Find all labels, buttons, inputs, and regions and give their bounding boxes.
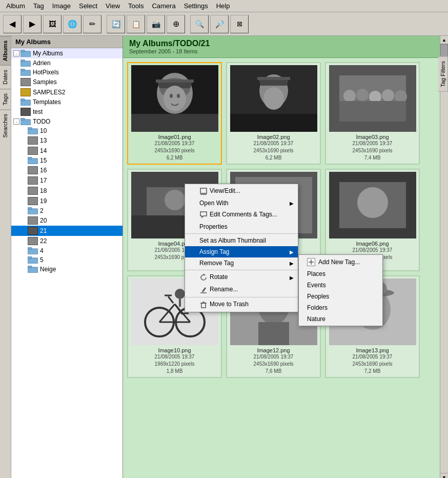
tree-item-myalbums[interactable]: - My Albums xyxy=(11,48,123,58)
tree-item-samples2[interactable]: SAMPLES2 xyxy=(11,87,123,97)
svg-rect-34 xyxy=(257,77,290,80)
tree-item-15[interactable]: 15 xyxy=(11,156,123,165)
svg-rect-82 xyxy=(201,303,206,308)
ctx-set-thumbnail[interactable]: Set as Album Thumbnail xyxy=(185,235,298,246)
menu-image[interactable]: Image xyxy=(48,1,75,11)
svg-rect-15 xyxy=(28,207,32,209)
menu-tools[interactable]: Tools xyxy=(124,1,148,11)
tab-searches[interactable]: Searches xyxy=(0,109,11,142)
menu-tag[interactable]: Tag xyxy=(29,1,48,11)
album-title: My Albums/TODO/21 xyxy=(129,39,442,48)
submenu-peoples[interactable]: Peoples xyxy=(299,291,382,302)
tree-item-17[interactable]: 17 xyxy=(11,175,123,186)
svg-rect-16 xyxy=(28,249,38,254)
ctx-properties[interactable]: Properties xyxy=(185,221,298,232)
photo-thumb-image01 xyxy=(131,65,218,132)
tree-item-test[interactable]: test xyxy=(11,107,123,117)
svg-rect-14 xyxy=(28,209,38,214)
photo-thumb-image02 xyxy=(230,65,317,132)
photo-cell-image01[interactable]: Image01.png 21/08/2005 19:372453x1690 pi… xyxy=(127,62,222,165)
menubar: Album Tag Image Select View Tools Camera… xyxy=(0,0,448,12)
refresh-button[interactable]: 🔄 xyxy=(107,15,125,33)
tree-item-18[interactable]: 18 xyxy=(11,186,123,196)
submenu-add-new-tag[interactable]: Add New Tag... xyxy=(299,256,382,268)
svg-rect-11 xyxy=(28,127,32,129)
submenu-nature[interactable]: Nature xyxy=(299,313,382,325)
svg-rect-17 xyxy=(28,247,32,249)
tree-item-20[interactable]: 20 xyxy=(11,215,123,226)
zoom-in-button[interactable]: 🔍 xyxy=(190,15,209,33)
photo-label: Image03.png xyxy=(356,134,389,140)
tree-item-neige[interactable]: Neige xyxy=(11,265,123,274)
ctx-edit-comments[interactable]: Edit Comments & Tags... xyxy=(185,209,298,221)
tab-dates[interactable]: Dates xyxy=(0,65,11,89)
ctx-move-trash[interactable]: Move to Trash xyxy=(185,298,298,311)
camera-button[interactable]: 📷 xyxy=(147,15,165,33)
tree-item-10[interactable]: 10 xyxy=(11,126,123,135)
clipboard-button[interactable]: 📋 xyxy=(127,15,145,33)
photo-label: Image13.png xyxy=(356,347,389,353)
ctx-rename[interactable]: Rename... xyxy=(185,284,298,296)
tree-item-samples[interactable]: Samples xyxy=(11,77,123,87)
fit-button[interactable]: ⊠ xyxy=(230,15,249,33)
edit-button[interactable]: ✏ xyxy=(83,15,101,33)
home-button[interactable]: 🖼 xyxy=(43,15,62,33)
submenu-events[interactable]: Events xyxy=(299,280,382,291)
ctx-assign-tag[interactable]: Assign Tag ▶ xyxy=(185,246,298,257)
menu-view[interactable]: View xyxy=(101,1,124,11)
photo-cell-image02[interactable]: Image02.png 21/08/2005 19:372453x1690 pi… xyxy=(226,62,321,165)
tree-item-13[interactable]: 13 xyxy=(11,135,123,146)
tree-item-22[interactable]: 22 xyxy=(11,236,123,246)
tab-tags[interactable]: Tags xyxy=(0,89,11,109)
zoom-out-button[interactable]: 🔎 xyxy=(210,15,229,33)
right-scrollbar[interactable]: ▲ ▼ xyxy=(440,36,448,478)
ctx-rotate[interactable]: Rotate ▶ xyxy=(185,271,298,284)
svg-rect-36 xyxy=(230,114,317,132)
photo-cell-image03[interactable]: Image03.png 21/08/2005 19:372453x1690 pi… xyxy=(325,62,420,165)
svg-point-29 xyxy=(177,94,180,98)
svg-rect-20 xyxy=(28,267,38,273)
tree-item-19[interactable]: 19 xyxy=(11,196,123,206)
svg-marker-80 xyxy=(203,273,206,275)
tree-item-4[interactable]: 4 xyxy=(11,246,123,255)
tree-item-templates[interactable]: Templates xyxy=(11,97,123,107)
svg-point-47 xyxy=(165,190,185,210)
submenu-places[interactable]: Places xyxy=(299,268,382,280)
back-button[interactable]: ◀ xyxy=(3,15,22,33)
tree-item-adrien[interactable]: Adrien xyxy=(11,58,123,68)
menu-help[interactable]: Help xyxy=(212,1,234,11)
ctx-remove-tag[interactable]: Remove Tag ▶ xyxy=(185,257,298,269)
photo-label: Image01.png xyxy=(158,134,191,140)
tree-item-todo[interactable]: - TODO xyxy=(11,117,123,126)
tree-item-2[interactable]: 2 xyxy=(11,206,123,215)
ctx-view-edit[interactable]: View/Edit... xyxy=(185,185,298,197)
tree-item-21[interactable]: 21 xyxy=(11,226,123,236)
tree-header: My Albums xyxy=(11,36,123,48)
tree-item-hotpixels[interactable]: HotPixels xyxy=(11,68,123,77)
forward-button[interactable]: ▶ xyxy=(23,15,42,33)
add-button[interactable]: ⊕ xyxy=(167,15,185,33)
svg-rect-2 xyxy=(21,61,31,67)
svg-point-42 xyxy=(382,89,394,102)
photo-thumb-image03 xyxy=(329,65,416,132)
tree-item-16[interactable]: 16 xyxy=(11,165,123,175)
menu-album[interactable]: Album xyxy=(2,1,29,11)
submenu-folders[interactable]: Folders xyxy=(299,302,382,313)
tree-item-14[interactable]: 14 xyxy=(11,146,123,156)
web-button[interactable]: 🌐 xyxy=(63,15,82,33)
ctx-separator-2 xyxy=(185,270,298,270)
menu-settings[interactable]: Settings xyxy=(180,1,212,11)
menu-select[interactable]: Select xyxy=(75,1,101,11)
tag-filters-tab[interactable]: Tag Filters xyxy=(438,56,448,92)
photo-meta: 21/08/2005 19:372453x1690 pixels6,2 MB xyxy=(254,140,294,162)
svg-rect-19 xyxy=(28,256,32,258)
tab-albums[interactable]: Albums xyxy=(0,36,11,65)
menu-camera[interactable]: Camera xyxy=(148,1,179,11)
tree-item-5[interactable]: 5 xyxy=(11,255,123,265)
toolbar: ◀ ▶ 🖼 🌐 ✏ 🔄 📋 📷 ⊕ 🔍 🔎 ⊠ xyxy=(0,12,448,36)
svg-rect-3 xyxy=(21,59,25,62)
svg-point-43 xyxy=(395,90,407,103)
ctx-open-with[interactable]: Open With ▶ xyxy=(185,197,298,209)
svg-point-28 xyxy=(170,94,173,98)
svg-rect-1 xyxy=(21,50,25,52)
